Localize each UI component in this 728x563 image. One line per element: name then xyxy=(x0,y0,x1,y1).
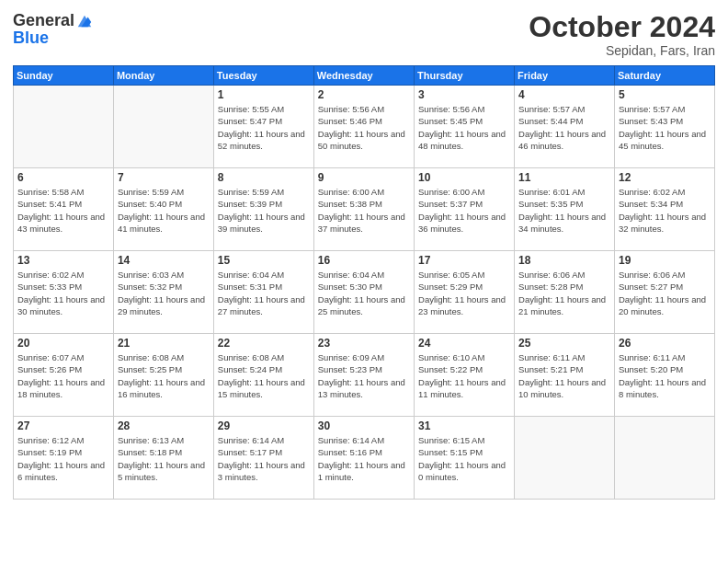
calendar-day-cell: 4Sunrise: 5:57 AMSunset: 5:44 PMDaylight… xyxy=(515,86,615,168)
calendar-week-row: 6Sunrise: 5:58 AMSunset: 5:41 PMDaylight… xyxy=(14,168,715,251)
calendar-day-cell: 17Sunrise: 6:05 AMSunset: 5:29 PMDayligh… xyxy=(415,251,515,334)
calendar-empty-cell xyxy=(113,86,213,168)
day-number: 18 xyxy=(518,254,610,267)
calendar-day-cell: 18Sunrise: 6:06 AMSunset: 5:28 PMDayligh… xyxy=(515,251,615,334)
day-number: 1 xyxy=(218,88,310,101)
day-detail: Sunrise: 6:00 AMSunset: 5:38 PMDaylight:… xyxy=(318,186,410,235)
day-detail: Sunrise: 6:14 AMSunset: 5:17 PMDaylight:… xyxy=(218,434,310,483)
day-number: 14 xyxy=(118,254,210,267)
day-detail: Sunrise: 6:11 AMSunset: 5:20 PMDaylight:… xyxy=(619,351,711,400)
day-detail: Sunrise: 5:57 AMSunset: 5:44 PMDaylight:… xyxy=(518,103,610,152)
day-detail: Sunrise: 6:03 AMSunset: 5:32 PMDaylight:… xyxy=(118,269,210,317)
day-detail: Sunrise: 6:08 AMSunset: 5:25 PMDaylight:… xyxy=(118,351,210,400)
calendar-header-row: SundayMondayTuesdayWednesdayThursdayFrid… xyxy=(14,66,715,86)
day-number: 20 xyxy=(17,337,109,350)
day-number: 28 xyxy=(118,419,210,432)
logo: General Blue xyxy=(13,11,93,48)
day-header-monday: Monday xyxy=(113,66,213,86)
location-text: Sepidan, Fars, Iran xyxy=(529,43,715,58)
day-number: 25 xyxy=(518,337,610,350)
calendar-week-row: 13Sunrise: 6:02 AMSunset: 5:33 PMDayligh… xyxy=(14,251,715,334)
calendar-day-cell: 25Sunrise: 6:11 AMSunset: 5:21 PMDayligh… xyxy=(515,334,615,417)
day-detail: Sunrise: 5:56 AMSunset: 5:45 PMDaylight:… xyxy=(418,103,510,152)
calendar-day-cell: 13Sunrise: 6:02 AMSunset: 5:33 PMDayligh… xyxy=(14,251,114,334)
day-detail: Sunrise: 6:15 AMSunset: 5:15 PMDaylight:… xyxy=(418,434,510,483)
day-number: 13 xyxy=(17,254,109,267)
calendar-day-cell: 23Sunrise: 6:09 AMSunset: 5:23 PMDayligh… xyxy=(313,334,414,417)
calendar-day-cell: 31Sunrise: 6:15 AMSunset: 5:15 PMDayligh… xyxy=(415,417,515,500)
day-number: 24 xyxy=(418,337,510,350)
day-detail: Sunrise: 6:01 AMSunset: 5:35 PMDaylight:… xyxy=(518,186,610,235)
day-detail: Sunrise: 6:04 AMSunset: 5:30 PMDaylight:… xyxy=(318,269,410,317)
calendar-day-cell: 29Sunrise: 6:14 AMSunset: 5:17 PMDayligh… xyxy=(213,417,313,500)
day-detail: Sunrise: 5:58 AMSunset: 5:41 PMDaylight:… xyxy=(17,186,109,235)
calendar-empty-cell xyxy=(614,417,714,500)
calendar-day-cell: 2Sunrise: 5:56 AMSunset: 5:46 PMDaylight… xyxy=(313,86,414,168)
day-number: 21 xyxy=(118,337,210,350)
day-detail: Sunrise: 6:13 AMSunset: 5:18 PMDaylight:… xyxy=(118,434,210,483)
day-number: 30 xyxy=(318,419,410,432)
calendar-empty-cell xyxy=(515,417,615,500)
calendar-day-cell: 10Sunrise: 6:00 AMSunset: 5:37 PMDayligh… xyxy=(415,168,515,251)
day-number: 5 xyxy=(619,88,711,101)
calendar-day-cell: 6Sunrise: 5:58 AMSunset: 5:41 PMDaylight… xyxy=(14,168,114,251)
logo-general-text: General xyxy=(13,11,74,30)
day-detail: Sunrise: 6:05 AMSunset: 5:29 PMDaylight:… xyxy=(418,269,510,317)
calendar-week-row: 27Sunrise: 6:12 AMSunset: 5:19 PMDayligh… xyxy=(14,417,715,500)
day-detail: Sunrise: 5:56 AMSunset: 5:46 PMDaylight:… xyxy=(318,103,410,152)
calendar-day-cell: 9Sunrise: 6:00 AMSunset: 5:38 PMDaylight… xyxy=(313,168,414,251)
day-number: 22 xyxy=(218,337,310,350)
calendar-day-cell: 28Sunrise: 6:13 AMSunset: 5:18 PMDayligh… xyxy=(113,417,213,500)
day-number: 8 xyxy=(218,171,310,184)
calendar-empty-cell xyxy=(14,86,114,168)
day-detail: Sunrise: 6:02 AMSunset: 5:34 PMDaylight:… xyxy=(619,186,711,235)
day-detail: Sunrise: 6:14 AMSunset: 5:16 PMDaylight:… xyxy=(318,434,410,483)
day-number: 9 xyxy=(318,171,410,184)
calendar-day-cell: 27Sunrise: 6:12 AMSunset: 5:19 PMDayligh… xyxy=(14,417,114,500)
day-detail: Sunrise: 6:11 AMSunset: 5:21 PMDaylight:… xyxy=(518,351,610,400)
day-detail: Sunrise: 6:10 AMSunset: 5:22 PMDaylight:… xyxy=(418,351,510,400)
month-title: October 2024 xyxy=(529,11,715,43)
calendar-day-cell: 14Sunrise: 6:03 AMSunset: 5:32 PMDayligh… xyxy=(113,251,213,334)
day-detail: Sunrise: 5:59 AMSunset: 5:40 PMDaylight:… xyxy=(118,186,210,235)
day-detail: Sunrise: 6:04 AMSunset: 5:31 PMDaylight:… xyxy=(218,269,310,317)
page-header: General Blue October 2024 Sepidan, Fars,… xyxy=(13,11,715,58)
day-detail: Sunrise: 6:00 AMSunset: 5:37 PMDaylight:… xyxy=(418,186,510,235)
day-detail: Sunrise: 5:57 AMSunset: 5:43 PMDaylight:… xyxy=(619,103,711,152)
calendar-day-cell: 3Sunrise: 5:56 AMSunset: 5:45 PMDaylight… xyxy=(415,86,515,168)
calendar-day-cell: 5Sunrise: 5:57 AMSunset: 5:43 PMDaylight… xyxy=(614,86,714,168)
logo-icon xyxy=(76,13,93,29)
day-number: 10 xyxy=(418,171,510,184)
calendar-day-cell: 22Sunrise: 6:08 AMSunset: 5:24 PMDayligh… xyxy=(213,334,313,417)
calendar-day-cell: 24Sunrise: 6:10 AMSunset: 5:22 PMDayligh… xyxy=(415,334,515,417)
day-detail: Sunrise: 5:55 AMSunset: 5:47 PMDaylight:… xyxy=(218,103,310,152)
day-header-sunday: Sunday xyxy=(14,66,114,86)
calendar-week-row: 20Sunrise: 6:07 AMSunset: 5:26 PMDayligh… xyxy=(14,334,715,417)
calendar-day-cell: 30Sunrise: 6:14 AMSunset: 5:16 PMDayligh… xyxy=(313,417,414,500)
calendar-day-cell: 1Sunrise: 5:55 AMSunset: 5:47 PMDaylight… xyxy=(213,86,313,168)
day-number: 31 xyxy=(418,419,510,432)
day-number: 19 xyxy=(619,254,711,267)
day-header-thursday: Thursday xyxy=(415,66,515,86)
calendar-day-cell: 11Sunrise: 6:01 AMSunset: 5:35 PMDayligh… xyxy=(515,168,615,251)
calendar-day-cell: 12Sunrise: 6:02 AMSunset: 5:34 PMDayligh… xyxy=(614,168,714,251)
day-detail: Sunrise: 6:09 AMSunset: 5:23 PMDaylight:… xyxy=(318,351,410,400)
day-number: 15 xyxy=(218,254,310,267)
calendar-table: SundayMondayTuesdayWednesdayThursdayFrid… xyxy=(13,65,715,500)
day-header-saturday: Saturday xyxy=(614,66,714,86)
day-number: 12 xyxy=(619,171,711,184)
day-number: 23 xyxy=(318,337,410,350)
day-number: 2 xyxy=(318,88,410,101)
calendar-day-cell: 15Sunrise: 6:04 AMSunset: 5:31 PMDayligh… xyxy=(213,251,313,334)
calendar-week-row: 1Sunrise: 5:55 AMSunset: 5:47 PMDaylight… xyxy=(14,86,715,168)
calendar-day-cell: 16Sunrise: 6:04 AMSunset: 5:30 PMDayligh… xyxy=(313,251,414,334)
day-number: 7 xyxy=(118,171,210,184)
day-detail: Sunrise: 6:06 AMSunset: 5:27 PMDaylight:… xyxy=(619,269,711,317)
day-detail: Sunrise: 6:07 AMSunset: 5:26 PMDaylight:… xyxy=(17,351,109,400)
calendar-day-cell: 26Sunrise: 6:11 AMSunset: 5:20 PMDayligh… xyxy=(614,334,714,417)
day-number: 6 xyxy=(17,171,109,184)
day-detail: Sunrise: 6:08 AMSunset: 5:24 PMDaylight:… xyxy=(218,351,310,400)
day-detail: Sunrise: 6:02 AMSunset: 5:33 PMDaylight:… xyxy=(17,269,109,317)
day-number: 3 xyxy=(418,88,510,101)
day-header-tuesday: Tuesday xyxy=(213,66,313,86)
